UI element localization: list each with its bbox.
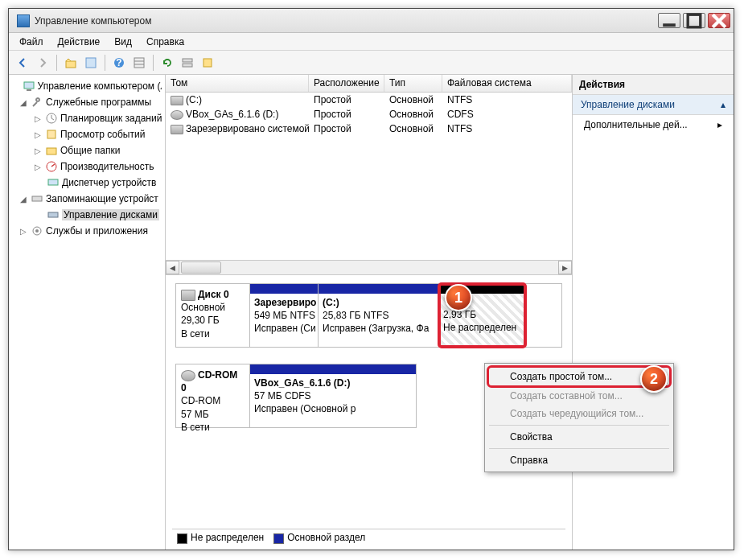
disk-row: Диск 0 Основной 29,30 ГБ В сети Зарезерв… (175, 283, 562, 348)
list-item[interactable]: (C:) Простой Основной NTFS (166, 93, 572, 107)
storage-icon (31, 192, 43, 205)
partition-c[interactable]: (C:)25,83 ГБ NTFSИсправен (Загрузка, Фа (319, 284, 439, 347)
svg-rect-17 (47, 130, 55, 138)
menu-separator (489, 425, 669, 426)
menu-help[interactable]: Справка (487, 451, 671, 469)
menu-file[interactable]: Файл (14, 35, 49, 49)
refresh-button[interactable] (158, 54, 176, 72)
scroll-thumb[interactable] (181, 261, 221, 274)
disk-list-button[interactable] (179, 54, 196, 72)
col-type[interactable]: Тип (384, 75, 442, 92)
col-filesystem[interactable]: Файловая система (442, 75, 572, 92)
main-body: Управление компьютером (л ◢Служебные про… (9, 75, 734, 550)
svg-rect-5 (86, 58, 96, 68)
tree-event-viewer[interactable]: Просмотр событий (60, 129, 145, 140)
disk-row: CD-ROM 0 CD-ROM 57 МБ В сети VBox_GAs_6.… (175, 364, 417, 428)
chevron-right-icon: ▸ (717, 119, 722, 130)
menu-create-striped-volume: Создать чередующийся том... (487, 405, 671, 422)
nav-tree[interactable]: Управление компьютером (л ◢Служебные про… (9, 75, 166, 550)
volume-list-header: Том Расположение Тип Файловая система (166, 75, 572, 93)
actions-more[interactable]: Дополнительные дей...▸ (573, 115, 734, 134)
svg-rect-21 (32, 196, 42, 201)
legend: Не распределен Основной раздел (172, 529, 565, 546)
svg-point-24 (35, 229, 39, 233)
chevron-up-icon: ▴ (721, 99, 726, 110)
svg-rect-12 (183, 64, 192, 67)
menu-action[interactable]: Действие (52, 35, 106, 49)
tree-system-tools[interactable]: Служебные программы (46, 97, 151, 108)
actions-selection[interactable]: Управление дисками▴ (573, 95, 734, 115)
svg-text:?: ? (116, 57, 121, 68)
volume-list[interactable]: (C:) Простой Основной NTFS VBox_GAs_6.1.… (166, 93, 572, 260)
partition-cdrom[interactable]: VBox_GAs_6.1.6 (D:)57 МБ CDFSИсправен (О… (250, 364, 416, 427)
svg-rect-22 (48, 212, 58, 217)
forward-button[interactable] (34, 54, 51, 72)
partition-bar (250, 284, 318, 294)
menu-help[interactable]: Справка (141, 35, 190, 49)
back-button[interactable] (14, 54, 31, 72)
expand-icon[interactable]: ▷ (33, 130, 43, 139)
up-button[interactable] (62, 54, 80, 72)
svg-rect-20 (48, 179, 58, 185)
close-button[interactable] (708, 13, 730, 28)
disk-icon (181, 290, 195, 301)
minimize-button[interactable] (658, 13, 680, 28)
action-button[interactable] (199, 54, 216, 72)
partition-bar (250, 364, 416, 374)
scroll-right-button[interactable]: ▶ (558, 261, 572, 274)
help-button[interactable]: ? (110, 54, 128, 72)
menu-create-spanned-volume: Создать составной том... (487, 387, 671, 405)
view-settings-button[interactable] (130, 54, 148, 72)
perf-icon (45, 160, 58, 173)
partition-bar (319, 284, 438, 294)
menu-properties[interactable]: Свойства (487, 428, 671, 446)
actions-pane: Действия Управление дисками▴ Дополнитель… (573, 75, 734, 550)
svg-rect-11 (183, 59, 192, 62)
tree-storage[interactable]: Запоминающие устройст (46, 193, 158, 204)
svg-rect-15 (27, 89, 31, 91)
tree-device-manager[interactable]: Диспетчер устройств (62, 177, 156, 188)
event-icon (45, 128, 58, 141)
legend-swatch-unallocated (177, 533, 187, 544)
disk-info[interactable]: Диск 0 Основной 29,30 ГБ В сети (176, 284, 250, 347)
maximize-button[interactable] (683, 13, 705, 28)
tree-task-scheduler[interactable]: Планировщик заданий (60, 113, 162, 124)
expand-icon[interactable]: ▷ (33, 114, 43, 123)
expand-icon[interactable]: ▷ (33, 163, 43, 171)
horizontal-scrollbar[interactable]: ◀ ▶ (166, 260, 572, 274)
tree-performance[interactable]: Производительность (60, 161, 154, 172)
volume-icon (171, 125, 183, 134)
collapse-icon[interactable]: ◢ (18, 195, 28, 204)
svg-rect-14 (24, 82, 34, 89)
titlebar[interactable]: Управление компьютером (9, 9, 734, 33)
svg-rect-4 (66, 61, 76, 68)
scroll-left-button[interactable]: ◀ (166, 261, 179, 274)
disk-info[interactable]: CD-ROM 0 CD-ROM 57 МБ В сети (176, 364, 250, 427)
list-item[interactable]: VBox_GAs_6.1.6 (D:) Простой Основной CDF… (166, 107, 572, 121)
col-volume[interactable]: Том (166, 75, 309, 92)
tree-disk-management[interactable]: Управление дисками (62, 209, 159, 220)
collapse-icon[interactable]: ◢ (18, 98, 28, 107)
menu-bar: Файл Действие Вид Справка (9, 33, 734, 51)
folder-icon (45, 144, 58, 157)
tree-root[interactable]: Управление компьютером (л (38, 80, 162, 92)
svg-rect-18 (47, 148, 56, 154)
properties-button[interactable] (82, 54, 100, 72)
list-item[interactable]: Зарезервировано системой Простой Основно… (166, 121, 572, 136)
tree-services[interactable]: Службы и приложения (46, 225, 148, 237)
menu-separator (489, 448, 669, 449)
toolbar: ? (9, 51, 734, 75)
app-icon (17, 14, 30, 27)
device-icon (47, 176, 60, 189)
volume-icon (171, 96, 183, 105)
menu-view[interactable]: Вид (109, 35, 138, 49)
services-icon (31, 224, 43, 237)
cdrom-icon (171, 110, 183, 120)
center-pane: Том Расположение Тип Файловая система (C… (166, 75, 573, 550)
expand-icon[interactable]: ▷ (18, 227, 28, 236)
partition-system-reserved[interactable]: Зарезервиро549 МБ NTFSИсправен (Си (250, 284, 319, 347)
computer-icon (23, 80, 35, 93)
col-layout[interactable]: Расположение (309, 75, 384, 92)
expand-icon[interactable]: ▷ (33, 146, 43, 155)
tree-shared-folders[interactable]: Общие папки (60, 145, 120, 156)
